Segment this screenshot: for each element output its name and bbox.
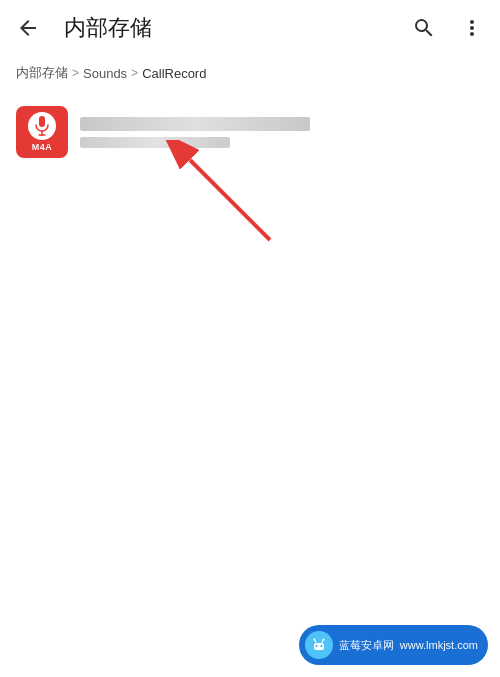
back-button[interactable]	[8, 8, 48, 48]
search-button[interactable]	[404, 8, 444, 48]
file-icon-inner	[28, 112, 56, 140]
svg-line-4	[190, 160, 270, 240]
toolbar-right	[404, 8, 492, 48]
watermark-logo	[305, 631, 333, 659]
breadcrumb-root[interactable]: 内部存储	[16, 64, 68, 82]
breadcrumb-current: CallRecord	[142, 66, 206, 81]
watermark-brand: 蓝莓安卓网	[339, 638, 394, 653]
breadcrumb-separator-1: >	[72, 66, 79, 80]
breadcrumb: 内部存储 > Sounds > CallRecord	[0, 56, 500, 94]
watermark: 蓝莓安卓网 www.lmkjst.com	[299, 625, 488, 665]
svg-point-8	[320, 645, 322, 647]
toolbar: 内部存储	[0, 0, 500, 56]
svg-point-12	[322, 639, 324, 641]
file-list: M4A	[0, 94, 500, 170]
mic-icon	[34, 116, 50, 136]
svg-point-11	[313, 639, 315, 641]
back-icon	[16, 16, 40, 40]
svg-rect-0	[39, 116, 45, 127]
toolbar-left: 内部存储	[8, 8, 152, 48]
watermark-icon	[308, 634, 330, 656]
file-icon: M4A	[16, 106, 68, 158]
file-icon-label: M4A	[32, 142, 53, 152]
file-item[interactable]: M4A	[8, 98, 492, 166]
file-name-blur	[80, 117, 310, 131]
page-title: 内部存储	[64, 13, 152, 43]
search-icon	[412, 16, 436, 40]
file-meta-blur	[80, 137, 230, 148]
breadcrumb-sounds[interactable]: Sounds	[83, 66, 127, 81]
watermark-site: www.lmkjst.com	[400, 639, 478, 651]
more-icon	[460, 16, 484, 40]
more-button[interactable]	[452, 8, 492, 48]
file-info	[80, 117, 484, 148]
svg-point-7	[315, 645, 317, 647]
breadcrumb-separator-2: >	[131, 66, 138, 80]
